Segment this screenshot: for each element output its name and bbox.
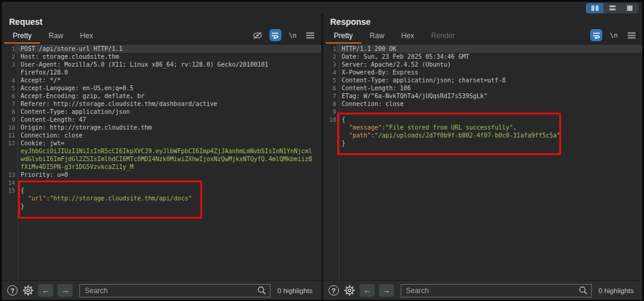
back-arrow-icon: ← <box>42 286 50 295</box>
request-tab-pretty[interactable]: Pretty <box>4 28 40 44</box>
editor-line: 15{ <box>2 187 321 194</box>
help-icon[interactable]: ? <box>328 285 340 296</box>
forward-arrow-icon: → <box>61 286 69 295</box>
search-icon <box>257 286 266 295</box>
split-rows-button[interactable] <box>603 3 621 13</box>
editor-line: } <box>2 202 321 210</box>
response-panel-title: Response <box>330 17 371 27</box>
message-editor-window: Request Pretty Raw Hex <box>2 2 642 300</box>
request-search-input[interactable] <box>85 286 257 295</box>
editor-line: 4Accept: */* <box>2 76 321 84</box>
request-panel: Request Pretty Raw Hex <box>2 14 321 300</box>
editor-line: 3User-Agent: Mozilla/5.0 (X11; Linux x86… <box>2 61 321 68</box>
response-highlights-count: 0 highlights <box>599 287 636 294</box>
response-tab-render[interactable]: Render <box>422 28 463 44</box>
request-tab-raw[interactable]: Raw <box>40 28 71 44</box>
next-match-button[interactable]: → <box>58 284 73 297</box>
split-columns-icon <box>596 5 599 11</box>
editor-line: 13Priority: u=0 <box>2 171 321 179</box>
request-panel-title: Request <box>9 17 42 27</box>
editor-line: fXiMv4DI5PN-g3r1DG5VzvkcaZi1y_M <box>2 163 321 171</box>
back-arrow-icon: ← <box>363 286 371 295</box>
editor-line: "message":"File stored from URL successf… <box>323 124 643 131</box>
help-icon[interactable]: ? <box>7 285 18 296</box>
response-tab-raw[interactable]: Raw <box>361 28 393 44</box>
response-search-bar: ? <box>323 280 643 300</box>
forward-arrow-icon: → <box>383 286 390 295</box>
response-search-input[interactable] <box>406 286 579 295</box>
response-editor[interactable]: 1HTTP/1.1 200 OK2Date: Sun, 23 Feb 2025 … <box>323 44 643 280</box>
word-wrap-icon[interactable] <box>269 29 281 41</box>
editor-line: 8Content-Type: application/json <box>2 108 321 116</box>
editor-line: 7ETag: W/"6a-NvkTQhTa4/jUQqsRdI7s539SgLk… <box>323 92 643 100</box>
search-settings-gear-icon[interactable] <box>22 285 34 296</box>
editor-line: 7Referer: http://storage.cloudsite.thm/d… <box>2 100 321 108</box>
previous-match-button[interactable]: ← <box>38 284 53 297</box>
request-tab-hex[interactable]: Hex <box>71 28 101 44</box>
single-panel-icon <box>627 5 632 11</box>
editor-line: 2Host: storage.cloudsite.thm <box>2 53 321 61</box>
editor-line: 5Accept-Language: en-US,en;q=0.5 <box>2 84 321 92</box>
search-settings-gear-icon[interactable] <box>344 285 355 296</box>
editor-line: 4X-Powered-By: Express <box>323 68 643 76</box>
request-editor[interactable]: 1POST /api/store-url HTTP/1.12Host: stor… <box>2 44 321 280</box>
search-icon <box>579 286 588 295</box>
editor-line: 9 <box>323 108 643 116</box>
editor-line: "path":"/api/uploads/2d7f0b9f-b802-4f07-… <box>323 131 643 139</box>
menu-icon[interactable] <box>304 29 317 41</box>
request-tab-bar: Pretty Raw Hex <box>2 28 321 44</box>
response-search-field <box>401 284 592 297</box>
editor-line: 11Connection: close <box>2 131 321 139</box>
single-panel-button[interactable] <box>621 3 639 13</box>
newline-chars-icon[interactable]: \n <box>287 29 299 41</box>
split-rows-icon <box>610 5 616 10</box>
request-search-field <box>79 284 271 297</box>
previous-match-button[interactable]: ← <box>360 284 375 297</box>
layout-toggle-group <box>586 3 639 13</box>
request-editor-lines: 1POST /api/store-url HTTP/1.12Host: stor… <box>2 45 321 210</box>
editor-line: 10Origin: http://storage.cloudsite.thm <box>2 124 321 131</box>
response-tab-pretty[interactable]: Pretty <box>326 28 361 44</box>
editor-line: 6Accept-Encoding: gzip, deflate, br <box>2 92 321 100</box>
editor-line: 2Date: Sun, 23 Feb 2025 05:34:46 GMT <box>323 53 643 61</box>
editor-line: 5Content-Type: application/json; charset… <box>323 76 643 84</box>
response-panel: Response Pretty Raw Hex Render <box>321 14 643 300</box>
editor-line: 14 <box>2 179 321 187</box>
editor-line: 8Connection: close <box>323 100 643 108</box>
editor-line: 1HTTP/1.1 200 OK <box>323 45 643 53</box>
newline-chars-icon[interactable]: \n <box>608 29 620 41</box>
hide-nonprinting-icon[interactable] <box>252 29 264 41</box>
split-columns-icon <box>591 5 594 11</box>
response-tab-hex[interactable]: Hex <box>393 28 422 44</box>
word-wrap-icon[interactable] <box>590 29 602 41</box>
editor-line: Firefox/128.0 <box>2 68 321 76</box>
response-editor-lines: 1HTTP/1.1 200 OK2Date: Sun, 23 Feb 2025 … <box>323 45 643 147</box>
next-match-button[interactable]: → <box>379 284 394 297</box>
editor-line: 12Cookie: jwt= <box>2 139 321 147</box>
editor-line: 9Content-Length: 47 <box>2 116 321 124</box>
menu-icon[interactable] <box>625 29 637 41</box>
response-tab-bar: Pretty Raw Hex Render \n <box>323 28 643 44</box>
request-highlights-count: 0 highlights <box>277 287 315 294</box>
top-strip <box>2 2 642 14</box>
editor-line: } <box>323 139 643 147</box>
editor-line: "url":"http://storage.cloudsite.thm/api/… <box>2 194 321 202</box>
split-columns-button[interactable] <box>586 3 603 13</box>
editor-line: eyJhbGciOiJIUzI1NiIsInR5cCI6IkpXVCJ9.eyJ… <box>2 147 321 155</box>
request-search-bar: ? <box>2 280 321 300</box>
editor-line: 1POST /api/store-url HTTP/1.1 <box>2 45 321 53</box>
editor-line: 10{ <box>323 116 643 124</box>
editor-line: 6Content-Length: 106 <box>323 84 643 92</box>
editor-line: wdGlvbiI6ImFjdGl2ZSIsImlhdCI6MTc0MDI4Nzk… <box>2 155 321 163</box>
editor-line: 3Server: Apache/2.4.52 (Ubuntu) <box>323 61 643 68</box>
